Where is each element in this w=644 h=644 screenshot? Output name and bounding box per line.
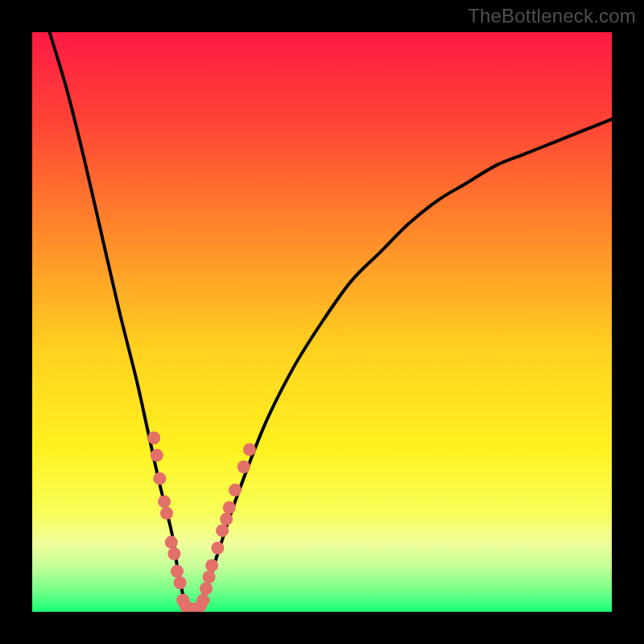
sample-point [147,431,160,444]
sample-point [171,565,184,578]
sample-point [237,460,250,473]
sample-point [151,449,163,462]
plot-area [32,32,612,612]
sample-point [160,507,173,520]
sample-point [216,524,229,537]
sample-point [174,576,187,589]
sample-point [243,443,256,456]
sample-point [220,513,233,526]
chart-svg [32,32,612,612]
bottleneck-curve [50,32,612,612]
sample-point [167,547,180,560]
sample-point [211,542,224,555]
sample-point [223,501,236,514]
watermark-text: TheBottleneck.com [468,5,636,27]
sample-point [203,571,216,584]
sample-point [229,484,242,497]
sample-points [147,431,256,612]
sample-point [165,536,178,549]
sample-point [200,582,213,595]
sample-point [153,472,166,485]
sample-point [158,495,171,508]
sample-point [196,594,209,607]
chart-frame: TheBottleneck.com [0,0,644,644]
sample-point [205,559,218,572]
